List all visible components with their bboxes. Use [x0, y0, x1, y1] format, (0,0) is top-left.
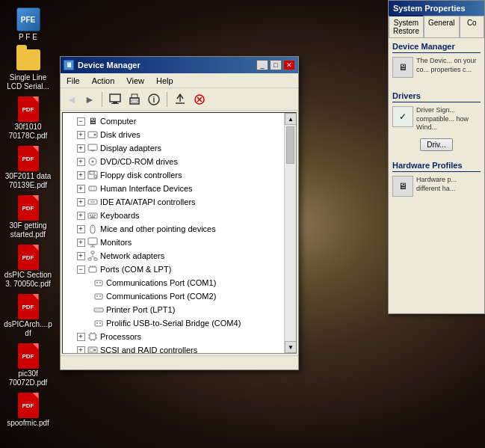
menu-help[interactable]: Help — [153, 75, 176, 87]
svg-rect-36 — [91, 251, 94, 254]
menu-file[interactable]: File — [64, 75, 83, 87]
tree-item-dvdcd[interactable]: + DVD/CD-ROM drives — [63, 155, 296, 168]
ide-label: IDE ATA/ATAPI controllers — [100, 197, 292, 206]
tree-item-monitors[interactable]: + Monitors — [63, 236, 296, 249]
scroll-down-arrow[interactable]: ▼ — [285, 341, 297, 353]
tree-item-hid[interactable]: + Human Interface Devices — [63, 182, 296, 195]
properties-button[interactable]: i — [145, 90, 163, 108]
mice-icon — [87, 223, 99, 235]
back-button[interactable]: ◄ — [64, 91, 80, 108]
svg-rect-1 — [113, 102, 117, 103]
mice-label: Mice and other pointing devices — [100, 224, 292, 233]
uninstall-icon — [193, 93, 206, 106]
tree-item-floppy[interactable]: + Floppy disk controllers — [63, 168, 296, 182]
lcd-folder-icon — [16, 48, 40, 72]
expander-hid[interactable]: + — [75, 182, 87, 194]
com4-label: Prolific USB-to-Serial Bridge (COM4) — [106, 319, 292, 328]
tree-item-com4[interactable]: Prolific USB-to-Serial Bridge (COM4) — [63, 316, 296, 330]
expander-keyboards[interactable]: + — [75, 209, 87, 221]
desktop-icon-lcd[interactable]: Single Line LCD Serial... — [4, 48, 52, 91]
window-title-icon: 🖥 — [64, 60, 74, 70]
sys-device-manager-title: Device Manager — [392, 42, 481, 53]
tree-item-keyboards[interactable]: + Keyboards — [63, 209, 296, 222]
tree-item-network[interactable]: + Network adapters — [63, 249, 296, 263]
desktop-icon-pdf6[interactable]: PDF pic30f 70072D.pdf — [4, 344, 52, 387]
forward-button[interactable]: ► — [81, 91, 98, 108]
svg-rect-71 — [90, 349, 93, 352]
svg-rect-38 — [94, 258, 97, 260]
svg-point-48 — [99, 282, 101, 283]
tree-item-scsi[interactable]: + SCSI and RAID controllers — [63, 343, 296, 353]
tree-item-computer[interactable]: − 🖥 Computer — [63, 114, 296, 128]
expander-computer[interactable]: − — [75, 115, 87, 127]
scroll-up-arrow[interactable]: ▲ — [285, 113, 297, 125]
uninstall-button[interactable] — [191, 90, 208, 108]
tree-item-mice[interactable]: + Mice and other pointing devices — [63, 222, 296, 236]
tree-item-com2[interactable]: Communications Port (COM2) — [63, 289, 296, 303]
desktop-icons: PFE P F E Single Line LCD Serial... PDF … — [0, 0, 60, 435]
svg-rect-30 — [90, 217, 95, 218]
print-button[interactable] — [126, 90, 143, 108]
scrollbar[interactable]: ▲ ▼ — [284, 113, 296, 353]
desktop-icon-pdf3[interactable]: PDF 30F getting started.pdf — [4, 196, 52, 239]
desktop-icon-pdf7[interactable]: PDF spoofmic.pdf — [4, 393, 52, 428]
expander-floppy[interactable]: + — [75, 169, 87, 181]
svg-point-12 — [94, 134, 96, 136]
minimize-button[interactable]: _ — [256, 60, 268, 70]
sys-hardware-profiles-title: Hardware Profiles — [392, 161, 481, 172]
pdf2-label: 30F2011 data 70139E.pdf — [4, 172, 52, 190]
ports-icon — [87, 263, 99, 275]
tree-item-lpt1[interactable]: Printer Port (LPT1) — [63, 303, 296, 316]
toolbar-separator-2 — [167, 92, 167, 107]
tree-item-ports[interactable]: − Ports (COM & LPT) — [63, 263, 296, 276]
svg-text:i: i — [153, 96, 155, 104]
desktop-icon-pdf1[interactable]: PDF 30f1010 70178C.pdf — [4, 97, 52, 141]
sys-drivers-section: Drivers ✓ Driver Sign... compatible... h… — [389, 88, 484, 157]
expander-com2 — [87, 290, 93, 302]
menu-action[interactable]: Action — [89, 75, 118, 87]
desktop-icon-pdf5[interactable]: PDF dsPICArch....pdf — [4, 295, 52, 338]
close-button[interactable]: ✕ — [283, 60, 295, 70]
tab-co[interactable]: Co — [460, 16, 484, 37]
disk-drives-label: Disk drives — [100, 130, 292, 139]
expander-ports[interactable]: − — [75, 263, 87, 275]
expander-ide[interactable]: + — [75, 196, 87, 208]
expander-scsi[interactable]: + — [75, 344, 87, 353]
print-icon — [128, 93, 141, 106]
tree-item-display[interactable]: + Display adapters — [63, 141, 296, 155]
tab-general[interactable]: General — [424, 16, 460, 37]
tree-item-processors[interactable]: + Processors — [63, 330, 296, 343]
expander-mice[interactable]: + — [75, 223, 87, 235]
expander-monitors[interactable]: + — [75, 236, 87, 248]
expander-display[interactable]: + — [75, 142, 87, 154]
desktop-icon-pdf2[interactable]: PDF 30F2011 data 70139E.pdf — [4, 147, 52, 190]
update-driver-button[interactable] — [171, 90, 189, 108]
drivers-icon: ✓ — [392, 106, 413, 127]
sys-device-manager-section: Device Manager 🖥 The Devic... on your co… — [389, 38, 484, 88]
tree-item-disk-drives[interactable]: + Disk drives — [63, 128, 296, 141]
expander-network[interactable]: + — [75, 250, 87, 262]
device-tree[interactable]: − 🖥 Computer + Disk drives + — [63, 113, 296, 353]
drivers-button[interactable]: Driv... — [420, 138, 452, 151]
desktop-icon-pfe[interactable]: PFE P F E — [4, 7, 52, 42]
keyboards-label: Keyboards — [100, 211, 292, 220]
tree-item-com1[interactable]: Communications Port (COM1) — [63, 276, 296, 289]
expander-processors[interactable]: + — [75, 331, 87, 343]
expander-disk[interactable]: + — [75, 129, 87, 141]
menu-view[interactable]: View — [123, 75, 147, 87]
pdf4-icon: PDF — [16, 245, 40, 269]
sys-hardware-profiles-content: 🖥 Hardware p... different ha... — [392, 176, 481, 197]
window-title: 🖥 Device Manager — [64, 60, 140, 70]
maximize-button[interactable]: □ — [270, 60, 282, 70]
pdf3-icon: PDF — [16, 196, 40, 220]
desktop-icon-pdf4[interactable]: PDF dsPIC Section 3. 70050c.pdf — [4, 245, 52, 289]
expander-dvd[interactable]: + — [75, 156, 87, 168]
ports-label: Ports (COM & LPT) — [100, 265, 292, 274]
tab-system-restore[interactable]: System Restore — [389, 15, 424, 37]
pfe-icon: PFE — [16, 7, 40, 31]
scroll-thumb[interactable] — [286, 126, 294, 164]
computer-view-button[interactable] — [106, 90, 124, 108]
pdf6-icon: PDF — [16, 344, 40, 368]
system-properties-title: System Properties — [389, 1, 484, 16]
tree-item-ide[interactable]: + IDE ATA/ATAPI controllers — [63, 195, 296, 209]
